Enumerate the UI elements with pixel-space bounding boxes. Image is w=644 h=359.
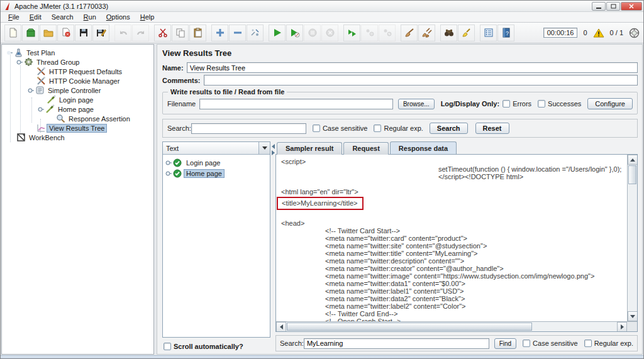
start-button[interactable] [269,25,286,41]
scroll-down-button[interactable] [628,311,637,321]
tab-response-data[interactable]: Response data [390,141,457,154]
find-case-label[interactable]: Case sensitive [533,340,578,347]
clear-button[interactable] [401,25,418,41]
save-as-button[interactable] [92,25,109,41]
reset-button[interactable]: Reset [475,123,509,134]
find-regex-label[interactable]: Regular exp. [594,340,633,347]
tree-node-view-results-tree[interactable]: View Results Tree [2,123,153,133]
tree-node-thread-group[interactable]: Thread Group [2,57,153,67]
search-case-checkbox[interactable] [313,124,320,132]
menu-edit[interactable]: Edit [25,13,47,21]
combo-arrow-button[interactable] [258,142,270,154]
search-regex-checkbox[interactable] [374,124,381,132]
search-regex-label[interactable]: Regular exp. [384,124,423,132]
result-item-home-page[interactable]: Home page [163,168,270,179]
tree-node-login-page[interactable]: Login page [2,95,153,104]
scroll-up-button[interactable] [628,155,637,165]
tree-node-label[interactable]: Thread Group [35,58,81,66]
undo-button[interactable] [114,25,131,41]
menu-help[interactable]: Help [135,13,160,21]
vertical-scroll-thumb[interactable] [628,165,636,184]
collapse-all-button[interactable] [229,25,246,41]
scroll-automatically-checkbox[interactable] [164,343,171,350]
response-data-text[interactable]: <script> setTimeout(function () { window… [276,155,627,321]
tree-node-http-request-defaults[interactable]: HTTP Request Defaults [2,67,153,76]
expand-handle-icon[interactable] [28,87,34,94]
collapse-right-icon[interactable] [272,150,275,155]
successes-checkbox[interactable] [538,100,545,108]
successes-checkbox-label[interactable]: Successes [548,100,581,108]
configure-button[interactable]: Configure [587,98,633,109]
split-divider[interactable] [270,141,275,351]
search-button[interactable]: Search [430,123,468,134]
tree-node-workbench[interactable]: WorkBench [2,133,153,142]
cut-button[interactable] [154,25,171,41]
scroll-left-button[interactable] [276,322,286,332]
remote-stop-all-button[interactable] [361,25,378,41]
menu-run[interactable]: Run [79,13,101,21]
tree-node-label[interactable]: Response Assertion [67,115,132,123]
tree-node-response-assertion[interactable]: Response Assertion [2,114,153,123]
comments-input[interactable] [204,75,638,86]
warning-icon[interactable] [593,28,604,38]
tree-node-http-cookie-manager[interactable]: HTTP Cookie Manager [2,76,153,86]
tree-node-label[interactable]: Simple Controller [46,87,103,94]
render-mode-select[interactable]: Text [163,142,270,155]
stop-button[interactable] [304,25,321,41]
tree-node-simple-controller[interactable]: Simple Controller [2,86,153,95]
expand-handle-icon[interactable] [16,59,23,65]
menu-search[interactable]: Search [47,13,79,21]
tree-node-label[interactable]: HTTP Cookie Manager [47,77,121,85]
expand-handle-icon[interactable] [165,160,172,166]
tab-sampler-result[interactable]: Sampler result [277,142,342,155]
tree-node-label[interactable]: View Results Tree [47,124,106,132]
tab-request[interactable]: Request [343,142,388,155]
tree-node-label[interactable]: Test Plan [25,49,57,57]
tree-node-home-page[interactable]: Home page [2,104,153,114]
errors-checkbox-label[interactable]: Errors [513,100,531,108]
toggle-button[interactable] [247,25,264,41]
find-case-checkbox[interactable] [523,340,530,347]
scroll-right-button[interactable] [617,322,627,332]
menu-options[interactable]: Options [101,13,135,21]
horizontal-scrollbar[interactable] [276,321,637,331]
result-item-label[interactable]: Login page [184,159,222,167]
menu-file[interactable]: File [3,13,25,21]
close-file-button[interactable] [57,25,74,41]
new-button[interactable] [4,25,21,41]
search-input[interactable] [191,123,306,134]
templates-button[interactable] [22,25,39,41]
search-reset-button[interactable] [458,25,475,41]
horizontal-scroll-thumb[interactable] [287,323,532,331]
expand-all-button[interactable] [211,25,228,41]
filename-input[interactable] [199,99,393,109]
expand-handle-icon[interactable] [38,106,44,113]
tree-node-label[interactable]: WorkBench [27,134,67,141]
redo-button[interactable] [132,25,149,41]
scroll-automatically-label[interactable]: Scroll automatically? [174,343,243,350]
name-input[interactable] [187,62,638,73]
minimize-button[interactable] [592,2,606,11]
search-case-label[interactable]: Case sensitive [323,124,368,132]
remote-shutdown-all-button[interactable] [379,25,396,41]
maximize-button[interactable] [606,2,620,11]
save-button[interactable] [75,25,92,41]
clear-all-button[interactable] [418,25,435,41]
shutdown-button[interactable] [321,25,338,41]
help-button[interactable]: ? [497,25,514,41]
result-item-label[interactable]: Home page [184,170,224,177]
start-no-pauses-button[interactable] [286,25,303,41]
expand-handle-icon[interactable] [165,170,172,177]
response-search-input[interactable] [304,338,489,349]
errors-checkbox[interactable] [502,100,510,108]
open-button[interactable] [40,25,57,41]
paste-button[interactable] [189,25,206,41]
tree-node-label[interactable]: HTTP Request Defaults [47,68,124,75]
close-button[interactable] [621,2,642,11]
tree-node-label[interactable]: Home page [56,106,96,113]
collapse-left-icon[interactable] [272,144,275,149]
expand-handle-icon[interactable] [6,50,13,56]
find-button[interactable]: Find [494,338,516,349]
remote-start-all-button[interactable] [343,25,360,41]
search-toolbar-button[interactable] [440,25,457,41]
